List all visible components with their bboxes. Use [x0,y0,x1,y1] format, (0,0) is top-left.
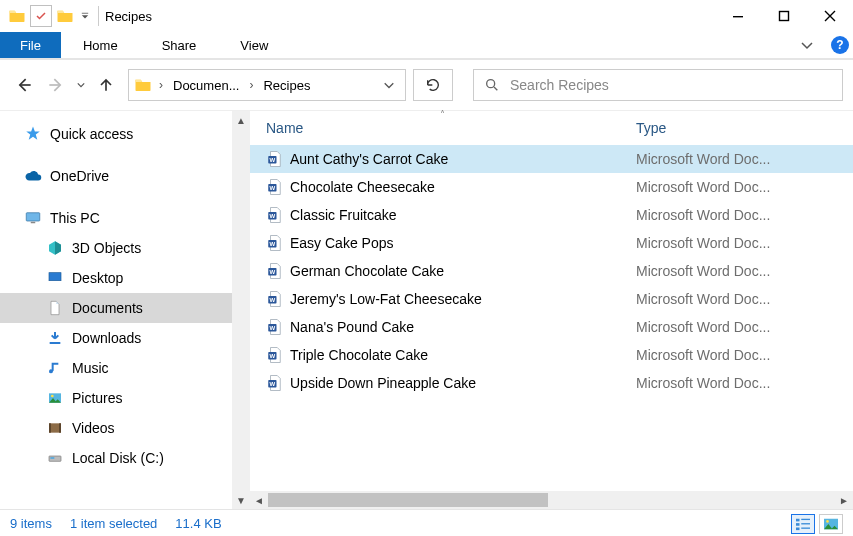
chevron-right-icon[interactable]: › [155,78,167,92]
address-bar[interactable]: › Documen... › Recipes [128,69,406,101]
svg-rect-35 [801,518,810,519]
minimize-button[interactable] [715,0,761,32]
folder-icon[interactable] [6,5,28,27]
file-row[interactable]: WEasy Cake PopsMicrosoft Word Doc... [250,229,853,257]
file-row[interactable]: WJeremy's Low-Fat CheesecakeMicrosoft Wo… [250,285,853,313]
qat-customize-icon[interactable] [78,12,92,20]
tab-view[interactable]: View [218,32,290,58]
file-list[interactable]: WAunt Cathy's Carrot CakeMicrosoft Word … [250,145,853,397]
file-type: Microsoft Word Doc... [636,291,853,307]
file-row[interactable]: WTriple Chocolate CakeMicrosoft Word Doc… [250,341,853,369]
sidebar-item-pictures[interactable]: Pictures [0,383,250,413]
back-button[interactable] [10,71,38,99]
file-row[interactable]: WUpside Down Pineapple CakeMicrosoft Wor… [250,369,853,397]
sidebar-item-quick-access[interactable]: Quick access [0,119,250,149]
maximize-button[interactable] [761,0,807,32]
sidebar-item-documents[interactable]: Documents [0,293,250,323]
svg-rect-6 [49,273,61,281]
view-toggle [791,514,843,534]
sidebar-item-onedrive[interactable]: OneDrive [0,161,250,191]
breadcrumb-recipes[interactable]: Recipes [257,78,316,93]
scroll-right-icon[interactable]: ► [835,491,853,509]
search-box[interactable] [473,69,843,101]
sidebar-item-this-pc[interactable]: This PC [0,203,250,233]
forward-button[interactable] [42,71,70,99]
file-name: Jeremy's Low-Fat Cheesecake [290,291,636,307]
refresh-button[interactable] [413,69,453,101]
svg-rect-13 [59,423,61,432]
help-button[interactable]: ? [827,32,853,58]
svg-text:W: W [270,353,276,359]
svg-rect-0 [82,13,88,14]
sidebar-item-desktop[interactable]: Desktop [0,263,250,293]
sidebar-scrollbar[interactable]: ▲ ▼ [232,111,250,509]
horizontal-scrollbar[interactable]: ◄ ► [250,491,853,509]
download-icon [46,329,64,347]
file-row[interactable]: WChocolate CheesecakeMicrosoft Word Doc.… [250,173,853,201]
details-view-button[interactable] [791,514,815,534]
svg-text:W: W [270,325,276,331]
scroll-up-icon[interactable]: ▲ [232,111,250,129]
column-header-name[interactable]: Name [266,120,636,136]
scroll-left-icon[interactable]: ◄ [250,491,268,509]
ribbon-tabs: File Home Share View ? [0,32,853,58]
address-dropdown-icon[interactable] [375,79,403,91]
sidebar-item-3d-objects[interactable]: 3D Objects [0,233,250,263]
window-controls [715,0,853,32]
sidebar-item-local-disk[interactable]: Local Disk (C:) [0,443,250,473]
file-row[interactable]: WGerman Chocolate CakeMicrosoft Word Doc… [250,257,853,285]
sidebar-item-label: Pictures [72,390,123,406]
file-type: Microsoft Word Doc... [636,375,853,391]
file-name: Nana's Pound Cake [290,319,636,335]
file-type: Microsoft Word Doc... [636,179,853,195]
svg-rect-2 [780,12,789,21]
folder-icon[interactable] [54,5,76,27]
file-row[interactable]: WClassic FruitcakeMicrosoft Word Doc... [250,201,853,229]
word-doc-icon: W [266,206,290,224]
ribbon-expand-icon[interactable] [787,32,827,58]
svg-rect-34 [796,518,800,521]
sidebar-item-label: Desktop [72,270,123,286]
sidebar-item-label: 3D Objects [72,240,141,256]
svg-rect-4 [26,213,40,221]
tab-home[interactable]: Home [61,32,140,58]
file-row[interactable]: WNana's Pound CakeMicrosoft Word Doc... [250,313,853,341]
svg-rect-15 [50,457,54,458]
word-doc-icon: W [266,318,290,336]
drive-icon [46,449,64,467]
sidebar-item-videos[interactable]: Videos [0,413,250,443]
sidebar-item-downloads[interactable]: Downloads [0,323,250,353]
svg-text:W: W [270,157,276,163]
status-bar: 9 items 1 item selected 11.4 KB [0,509,853,536]
cloud-icon [24,167,42,185]
column-header-label: Name [266,120,303,136]
file-name: Aunt Cathy's Carrot Cake [290,151,636,167]
file-tab[interactable]: File [0,32,61,58]
thumbnails-view-button[interactable] [819,514,843,534]
svg-rect-38 [796,527,800,530]
search-icon [484,77,500,93]
star-icon [24,125,42,143]
chevron-right-icon[interactable]: › [245,78,257,92]
close-button[interactable] [807,0,853,32]
status-size: 11.4 KB [175,516,221,531]
recent-locations-icon[interactable] [74,81,88,89]
search-input[interactable] [510,77,832,93]
navigation-pane: Quick access OneDrive This PC 3D Objects… [0,111,250,509]
scrollbar-thumb[interactable] [268,493,548,507]
up-button[interactable] [92,71,120,99]
sort-indicator-icon: ˄ [440,109,445,120]
tab-share[interactable]: Share [140,32,219,58]
file-row[interactable]: WAunt Cathy's Carrot CakeMicrosoft Word … [250,145,853,173]
svg-rect-14 [49,456,61,461]
file-type: Microsoft Word Doc... [636,235,853,251]
cube-icon [46,239,64,257]
word-doc-icon: W [266,290,290,308]
sidebar-item-music[interactable]: Music [0,353,250,383]
column-header-label: Type [636,120,666,136]
file-name: Classic Fruitcake [290,207,636,223]
column-header-type[interactable]: Type [636,120,853,136]
scroll-down-icon[interactable]: ▼ [232,491,250,509]
properties-icon[interactable] [30,5,52,27]
breadcrumb-documents[interactable]: Documen... [167,78,245,93]
